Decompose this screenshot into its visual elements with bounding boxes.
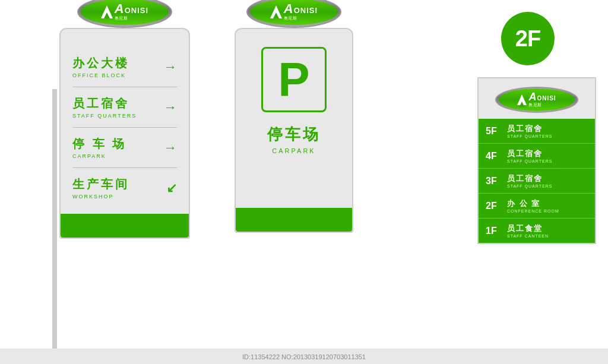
sign1-container: A ONISI 奥尼斯 办公大楼 OFFICE BLOCK → 员工宿舍 ST <box>59 12 190 239</box>
dir-row-4f: 4F 员工宿舍 STAFF QUARTERS <box>479 144 595 169</box>
dir-english-3f: STAFF QUARTERS <box>507 184 552 188</box>
dir-row-3f: 3F 员工宿舍 STAFF QUARTERS <box>479 169 595 194</box>
dir-chinese-3f: 员工宿舍 <box>507 173 552 184</box>
dir-row-1f: 1F 员工食堂 STAFF CANTEEN <box>479 219 595 243</box>
sign2-container: A ONISI 奥尼斯 P 停车场 CARPARK <box>235 12 353 233</box>
dir-english-4f: STAFF QUARTERS <box>507 159 552 163</box>
brand-logo-dir: A ONISI 奥尼斯 <box>517 91 556 108</box>
parking-english: CARPARK <box>272 147 315 154</box>
brand-chinese-sign2: 奥尼斯 <box>284 15 318 21</box>
sign1-chinese-workshop: 生产车间 <box>72 176 129 192</box>
sign1-arrow-carpark: → <box>164 140 177 156</box>
dir-floor-1f: 1F <box>486 226 502 236</box>
dir-row-5f: 5F 员工宿舍 STAFF QUARTERS <box>479 119 595 144</box>
sign2-oval: A ONISI 奥尼斯 <box>246 0 341 28</box>
watermark-bar: ID:11354222 NO:20130319120703011351 <box>0 349 608 364</box>
brand-onisi-sign1: ONISI <box>125 6 148 15</box>
sign1-chinese-staff: 员工宿舍 <box>72 96 137 112</box>
sign1-chinese-office: 办公大楼 <box>72 55 129 71</box>
directory-container: A ONISI 奥尼斯 5F 员工宿舍 STAFF QUARTERS 4F 员工… <box>477 77 596 244</box>
brand-logo-sign1: A ONISI 奥尼斯 <box>101 2 148 21</box>
sign1-item-workshop: 生产车间 WORKSHOP ↙ <box>72 168 177 208</box>
dir-chinese-1f: 员工食堂 <box>507 223 549 234</box>
dir-english-1f: STAFF CANTEEN <box>507 234 549 238</box>
dir-english-2f: CONFERENCE ROOM <box>507 209 559 213</box>
brand-chinese-sign1: 奥尼斯 <box>115 15 148 21</box>
dir-floor-3f: 3F <box>486 176 502 186</box>
dir-chinese-2f: 办 公 室 <box>507 198 559 209</box>
sign1-english-office: OFFICE BLOCK <box>72 72 129 78</box>
brand-logo-sign2: A ONISI 奥尼斯 <box>270 2 318 21</box>
sign1-item-office: 办公大楼 OFFICE BLOCK → <box>72 47 177 87</box>
sign1-item-staff: 员工宿舍 STAFF QUARTERS → <box>72 87 177 128</box>
sign1-arrow-staff: → <box>164 100 177 115</box>
brand-a-sign1: A <box>115 2 124 15</box>
sign1-footer <box>61 214 189 238</box>
left-pole <box>52 89 57 350</box>
dir-row-2f: 2F 办 公 室 CONFERENCE ROOM <box>479 194 595 219</box>
brand-chinese-dir: 奥尼斯 <box>528 102 556 108</box>
sign1-english-workshop: WORKSHOP <box>72 194 129 200</box>
sign2-body: P 停车场 CARPARK <box>235 28 353 233</box>
dir-floor-2f: 2F <box>486 201 502 211</box>
brand-triangle-dir <box>517 94 527 105</box>
directory-header: A ONISI 奥尼斯 <box>477 77 596 119</box>
sign1-oval: A ONISI 奥尼斯 <box>77 0 172 28</box>
sign1-english-carpark: CARPARK <box>72 153 126 159</box>
dir-chinese-4f: 员工宿舍 <box>507 148 552 159</box>
brand-a-dir: A <box>528 91 536 102</box>
sign1-arrow-office: → <box>164 59 177 75</box>
brand-onisi-sign2: ONISI <box>294 6 318 15</box>
floor-badge-label: 2F <box>515 26 540 52</box>
dir-chinese-5f: 员工宿舍 <box>507 124 552 134</box>
p-symbol-box: P <box>261 47 327 112</box>
p-symbol: P <box>278 56 309 103</box>
directory-oval: A ONISI 奥尼斯 <box>495 87 578 113</box>
brand-a-sign2: A <box>284 2 293 15</box>
sign1-arrow-workshop: ↙ <box>166 181 177 196</box>
brand-triangle-sign1 <box>101 5 113 18</box>
watermark-text: ID:11354222 NO:20130319120703011351 <box>242 353 366 360</box>
sign2-footer <box>236 208 352 232</box>
sign1-chinese-carpark: 停 车 场 <box>72 136 126 152</box>
sign1-item-carpark: 停 车 场 CARPARK → <box>72 128 177 168</box>
sign1-body: 办公大楼 OFFICE BLOCK → 员工宿舍 STAFF QUARTERS … <box>59 28 190 239</box>
dir-english-5f: STAFF QUARTERS <box>507 134 552 138</box>
dir-floor-4f: 4F <box>486 151 502 162</box>
floor-badge: 2F <box>501 12 555 65</box>
brand-triangle-sign2 <box>270 5 282 18</box>
parking-chinese: 停车场 <box>267 124 321 145</box>
directory-body: 5F 员工宿舍 STAFF QUARTERS 4F 员工宿舍 STAFF QUA… <box>477 119 596 244</box>
dir-floor-5f: 5F <box>486 126 502 137</box>
brand-onisi-dir: ONISI <box>537 95 556 102</box>
sign1-english-staff: STAFF QUARTERS <box>72 113 137 119</box>
